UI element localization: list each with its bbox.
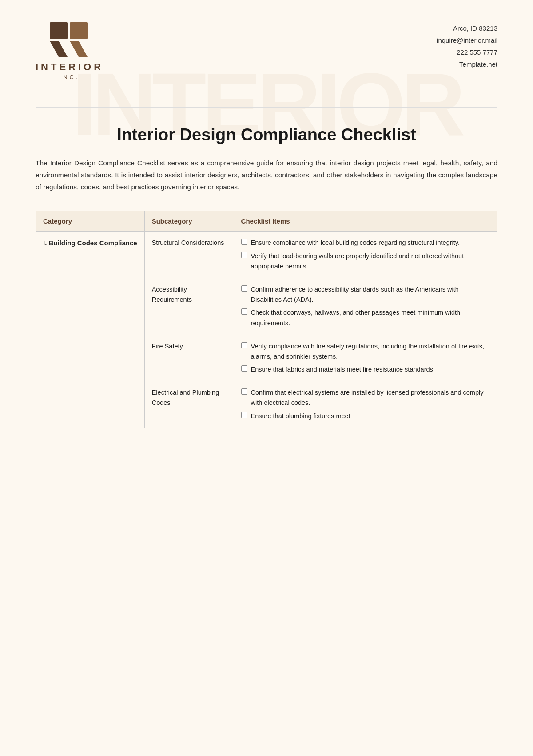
subcategory-cell: Structural Considerations [144,232,234,278]
list-item: Verify compliance with fire safety regul… [241,341,490,362]
items-cell: Confirm adherence to accessibility stand… [234,278,497,335]
main-content: Interior Design Compliance Checklist The… [0,94,533,446]
items-cell: Verify compliance with fire safety regul… [234,335,497,381]
checkbox-icon[interactable] [241,308,247,315]
category-cell [36,335,145,381]
checkbox-icon[interactable] [241,252,247,258]
list-item: Ensure that fabrics and materials meet f… [241,364,490,375]
subcategory-cell: Fire Safety [144,335,234,381]
document-title: Interior Design Compliance Checklist [36,125,497,144]
company-phone: 222 555 7777 [437,46,497,58]
category-cell: I. Building Codes Compliance [36,232,145,278]
svg-marker-3 [70,41,88,57]
col-header-items: Checklist Items [234,211,497,232]
item-text: Verify compliance with fire safety regul… [251,341,490,362]
category-cell [36,381,145,428]
item-text: Ensure that plumbing fixtures meet [251,411,490,421]
table-row: I. Building Codes ComplianceStructural C… [36,232,497,278]
company-email: inquire@interior.mail [437,34,497,46]
checkbox-icon[interactable] [241,365,247,372]
table-header-row: Category Subcategory Checklist Items [36,211,497,232]
item-text: Check that doorways, hallways, and other… [251,308,490,328]
subcategory-cell: Electrical and Plumbing Codes [144,381,234,428]
list-item: Check that doorways, hallways, and other… [241,308,490,328]
item-text: Ensure that fabrics and materials meet f… [251,364,490,375]
company-website: Template.net [437,58,497,70]
item-text: Confirm that electrical systems are inst… [251,388,490,408]
list-item: Ensure that plumbing fixtures meet [241,411,490,421]
checkbox-icon[interactable] [241,342,247,348]
header: INTERIOR INC. Arco, ID 83213 inquire@int… [0,0,533,94]
table-row: Electrical and Plumbing CodesConfirm tha… [36,381,497,428]
document-intro: The Interior Design Compliance Checklist… [36,157,497,193]
list-item: Verify that load-bearing walls are prope… [241,251,490,272]
list-item: Confirm adherence to accessibility stand… [241,284,490,305]
col-header-subcategory: Subcategory [144,211,234,232]
item-text: Confirm adherence to accessibility stand… [251,284,490,305]
page: INTERIOR INTERIOR INC. [0,0,533,756]
table-row: Accessibility RequirementsConfirm adhere… [36,278,497,335]
checkbox-icon[interactable] [241,388,247,395]
svg-marker-2 [50,41,68,57]
table-row: Fire SafetyVerify compliance with fire s… [36,335,497,381]
item-text: Ensure compliance with local building co… [251,238,490,248]
items-cell: Ensure compliance with local building co… [234,232,497,278]
logo-icon [50,22,90,58]
item-text: Verify that load-bearing walls are prope… [251,251,490,272]
col-header-category: Category [36,211,145,232]
list-item: Ensure compliance with local building co… [241,238,490,248]
category-cell [36,278,145,335]
company-address: Arco, ID 83213 [437,22,497,34]
checkbox-icon[interactable] [241,239,247,245]
company-sub: INC. [60,74,80,80]
checkbox-icon[interactable] [241,412,247,418]
svg-rect-0 [50,22,68,39]
logo-section: INTERIOR INC. [36,22,103,80]
items-cell: Confirm that electrical systems are inst… [234,381,497,428]
contact-info: Arco, ID 83213 inquire@interior.mail 222… [437,22,497,70]
header-divider [36,107,497,108]
subcategory-cell: Accessibility Requirements [144,278,234,335]
checkbox-icon[interactable] [241,285,247,292]
svg-rect-1 [70,22,88,39]
company-name: INTERIOR [36,61,103,73]
list-item: Confirm that electrical systems are inst… [241,388,490,408]
checklist-table: Category Subcategory Checklist Items I. … [36,211,497,428]
